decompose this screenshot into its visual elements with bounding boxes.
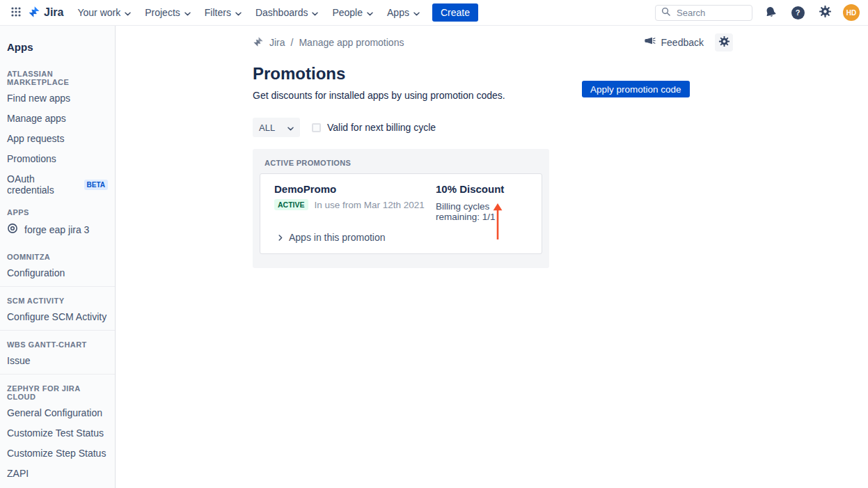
main-area: Jira / Manage app promotions Feedback <box>116 26 868 488</box>
page-subtitle: Get discounts for installed apps by usin… <box>253 90 505 101</box>
sidebar-item-forge-eap-jira-3[interactable]: forge eap jira 3 <box>0 219 115 241</box>
billing-cycle-filter: Valid for next billing cycle <box>312 122 436 133</box>
jira-logo-icon <box>28 6 40 20</box>
breadcrumb-row: Jira / Manage app promotions Feedback <box>253 33 733 52</box>
feedback-button[interactable]: Feedback <box>640 36 708 49</box>
sidebar-item-customize-test-status[interactable]: Customize Test Status <box>0 423 115 443</box>
sidebar-item-general-configuration[interactable]: General Configuration <box>0 403 115 423</box>
gear-icon <box>718 36 730 49</box>
nav-left: Jira Your work Projects Filters Dashboar… <box>7 1 655 24</box>
breadcrumb-separator: / <box>291 37 294 48</box>
sidebar-item-customize-step-status[interactable]: Customize Step Status <box>0 443 115 464</box>
global-search[interactable] <box>655 5 752 21</box>
promotion-status-row: ACTIVE In use from Mar 12th 2021 <box>274 199 436 210</box>
sidebar-heading-apps: APPS <box>7 208 108 217</box>
chevron-down-icon <box>413 7 420 18</box>
admin-sidebar: Apps ATLASSIAN MARKETPLACE Find new apps… <box>0 26 116 488</box>
nav-item-your-work[interactable]: Your work <box>70 1 138 24</box>
nav-right: ? HD <box>655 3 860 22</box>
chevron-down-icon <box>287 123 294 133</box>
app-switcher-button[interactable] <box>7 3 25 22</box>
sidebar-divider <box>0 330 115 331</box>
content-column: Jira / Manage app promotions Feedback <box>253 26 733 488</box>
user-avatar[interactable]: HD <box>843 4 860 21</box>
sidebar-title: Apps <box>7 41 108 53</box>
page-actions: Feedback <box>640 33 733 52</box>
breadcrumb-current[interactable]: Manage app promotions <box>299 37 404 48</box>
jira-home-link[interactable]: Jira <box>28 6 63 20</box>
promotion-card-left: DemoPromo ACTIVE In use from Mar 12th 20… <box>274 183 436 222</box>
annotation-arrow-up <box>492 203 503 243</box>
search-input[interactable] <box>675 7 746 19</box>
notifications-button[interactable] <box>762 3 780 22</box>
top-navigation: Jira Your work Projects Filters Dashboar… <box>0 0 868 26</box>
promotion-usage-text: In use from Mar 12th 2021 <box>315 200 425 210</box>
nav-item-apps[interactable]: Apps <box>380 1 427 24</box>
nav-item-dashboards[interactable]: Dashboards <box>248 1 326 24</box>
apply-promotion-code-button[interactable]: Apply promotion code <box>582 81 690 97</box>
forge-bullseye-icon <box>7 223 18 236</box>
panel-title: ACTIVE PROMOTIONS <box>265 159 542 167</box>
checkbox-label: Valid for next billing cycle <box>327 122 436 133</box>
sidebar-divider <box>0 374 115 375</box>
beta-badge: BETA <box>84 180 108 190</box>
create-button[interactable]: Create <box>432 3 478 22</box>
status-badge: ACTIVE <box>274 199 308 210</box>
notification-bell-icon <box>764 6 777 20</box>
jira-mark-icon <box>253 36 264 49</box>
apps-in-promotion-expander[interactable]: Apps in this promotion <box>274 231 390 244</box>
sidebar-item-find-new-apps[interactable]: Find new apps <box>0 88 115 109</box>
search-icon <box>661 7 670 18</box>
help-button[interactable]: ? <box>789 3 807 22</box>
chevron-right-icon <box>278 232 283 243</box>
sidebar-divider <box>0 286 115 287</box>
promotions-settings-button[interactable] <box>715 33 733 52</box>
settings-gear-icon <box>819 5 832 20</box>
breadcrumb: Jira / Manage app promotions <box>253 36 640 49</box>
settings-button[interactable] <box>816 3 834 22</box>
nav-item-projects[interactable]: Projects <box>138 1 198 24</box>
sidebar-item-issue[interactable]: Issue <box>0 351 115 371</box>
sidebar-heading-atlassian-marketplace: ATLASSIAN MARKETPLACE <box>7 70 108 86</box>
promotion-name: DemoPromo <box>274 183 436 195</box>
sidebar-item-oauth-credentials[interactable]: OAuth credentials BETA <box>0 169 115 200</box>
chevron-down-icon <box>184 7 191 18</box>
help-icon: ? <box>791 6 805 19</box>
billing-cycles-text: Billing cycles remaining: 1/1 <box>436 201 535 222</box>
nav-item-people[interactable]: People <box>325 1 380 24</box>
brand-name: Jira <box>44 6 63 19</box>
breadcrumb-root[interactable]: Jira <box>269 37 285 48</box>
chevron-down-icon <box>235 7 242 18</box>
sidebar-item-configure-scm-activity[interactable]: Configure SCM Activity <box>0 307 115 327</box>
megaphone-icon <box>645 37 656 49</box>
chevron-down-icon <box>367 7 373 18</box>
promotion-card-right: 10% Discount Billing cycles remaining: 1… <box>436 183 535 222</box>
sidebar-heading-wbs-gantt-chart: WBS GANTT-CHART <box>7 340 108 349</box>
sidebar-heading-scm-activity: SCM ACTIVITY <box>7 297 108 305</box>
chevron-down-icon <box>312 7 318 18</box>
active-promotions-panel: ACTIVE PROMOTIONS DemoPromo ACTIVE In us… <box>253 149 549 268</box>
nav-item-filters[interactable]: Filters <box>198 1 248 24</box>
page-title: Promotions <box>253 64 345 84</box>
sidebar-heading-oomnitza: OOMNITZA <box>7 253 108 261</box>
sidebar-item-configuration[interactable]: Configuration <box>0 263 115 283</box>
valid-next-billing-cycle-checkbox[interactable] <box>312 123 321 132</box>
filter-row: ALL Valid for next billing cycle <box>253 118 436 137</box>
sidebar-item-manage-apps[interactable]: Manage apps <box>0 109 115 129</box>
sidebar-item-zapi[interactable]: ZAPI <box>0 464 115 484</box>
sidebar-item-app-requests[interactable]: App requests <box>0 129 115 149</box>
filter-selected-value: ALL <box>259 123 275 133</box>
app-switcher-grid-icon <box>10 6 22 19</box>
chevron-down-icon <box>125 7 131 18</box>
discount-title: 10% Discount <box>436 183 535 195</box>
sidebar-item-zephyr-custom-fields[interactable]: Zephyr Custom Fields <box>0 484 115 488</box>
sidebar-item-promotions[interactable]: Promotions <box>0 149 115 169</box>
sidebar-heading-zephyr: ZEPHYR FOR JIRA CLOUD <box>7 384 108 401</box>
promotion-filter-select[interactable]: ALL <box>253 118 300 137</box>
